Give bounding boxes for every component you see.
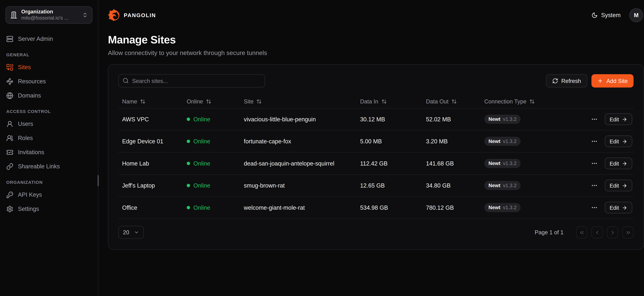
sidebar-scrollbar[interactable] — [98, 175, 99, 186]
arrow-right-icon — [622, 160, 627, 166]
sidebar-item-shareable-links[interactable]: Shareable Links — [6, 161, 92, 171]
table-row: Office Online welcome-giant-mole-rat 534… — [118, 197, 634, 219]
sort-icon — [206, 99, 211, 104]
theme-toggle[interactable]: System — [592, 12, 621, 18]
column-header-data-in[interactable]: Data In — [356, 98, 422, 105]
sidebar: Organization milo@fossorial.io's ... Ser… — [0, 0, 98, 296]
page-size-select[interactable]: 20 — [118, 226, 144, 239]
sidebar-item-label: Invitations — [18, 149, 44, 156]
sidebar-item-label: Resources — [18, 78, 46, 85]
edit-button[interactable]: Edit — [604, 113, 632, 125]
cell-data-in: 112.42 GB — [356, 160, 422, 167]
edit-button[interactable]: Edit — [604, 180, 632, 192]
moon-icon — [592, 12, 598, 18]
cell-name: Home Lab — [118, 160, 183, 167]
sidebar-item-domains[interactable]: Domains — [6, 90, 92, 100]
user-avatar[interactable]: M — [629, 8, 643, 22]
app-window: Organization milo@fossorial.io's ... Ser… — [0, 0, 644, 296]
column-header-connection-type[interactable]: Connection Type — [480, 98, 584, 105]
sidebar-item-label: Roles — [18, 134, 33, 141]
sidebar-item-label: Shareable Links — [18, 163, 60, 170]
cell-name: Office — [118, 204, 183, 211]
cell-online-status: Online — [183, 160, 240, 167]
page-info: Page 1 of 1 — [535, 229, 564, 236]
chevrons-up-down-icon — [82, 12, 88, 18]
page-subtitle: Allow connectivity to your network throu… — [108, 49, 644, 56]
arrow-right-icon — [622, 116, 627, 122]
sidebar-section-organization: ORGANIZATION — [6, 180, 92, 185]
topbar: PANGOLIN System M — [98, 0, 644, 30]
sidebar-item-api-keys[interactable]: API Keys — [6, 190, 92, 200]
globe-icon — [6, 92, 14, 99]
cell-name: AWS VPC — [118, 116, 183, 122]
last-page-button[interactable] — [622, 226, 634, 238]
refresh-button[interactable]: Refresh — [546, 74, 587, 88]
row-menu-icon[interactable] — [591, 160, 598, 167]
building-icon — [10, 11, 18, 19]
edit-button[interactable]: Edit — [604, 136, 632, 147]
table-toolbar: Refresh Add Site — [118, 74, 634, 88]
sort-icon — [381, 99, 386, 104]
cell-data-out: 52.02 MB — [422, 116, 480, 122]
sidebar-item-label: API Keys — [18, 191, 42, 198]
org-selector[interactable]: Organization milo@fossorial.io's ... — [6, 6, 92, 24]
online-dot — [187, 140, 190, 143]
edit-button[interactable]: Edit — [604, 202, 632, 214]
cell-name: Edge Device 01 — [118, 138, 183, 145]
org-selector-label: Organization — [21, 8, 78, 15]
row-menu-icon[interactable] — [591, 116, 598, 122]
table-row: AWS VPC Online vivacious-little-blue-pen… — [118, 108, 634, 130]
column-header-name[interactable]: Name — [118, 98, 183, 105]
chevrons-right-icon — [625, 230, 631, 235]
avatar-initial: M — [634, 12, 638, 18]
sidebar-nav: Server Admin GENERAL Sites Resources Dom… — [6, 34, 92, 214]
main-content: PANGOLIN System M Manage Sites Allow con… — [98, 0, 644, 296]
row-menu-icon[interactable] — [591, 204, 598, 211]
connection-type-badge: Newtv1.3.2 — [484, 137, 521, 146]
sidebar-item-label: Domains — [18, 92, 41, 99]
sort-icon — [140, 99, 146, 104]
user-icon — [6, 120, 14, 128]
sidebar-item-server-admin[interactable]: Server Admin — [6, 34, 92, 44]
pagination-controls — [576, 226, 634, 238]
previous-page-button[interactable] — [592, 226, 603, 238]
table-row: Home Lab Online dead-san-joaquin-antelop… — [118, 152, 634, 175]
row-menu-icon[interactable] — [591, 138, 598, 145]
cell-site: vivacious-little-blue-penguin — [240, 116, 356, 122]
sidebar-section-access-control: ACCESS CONTROL — [6, 109, 92, 114]
cell-name: Jeff's Laptop — [118, 182, 183, 189]
sidebar-item-resources[interactable]: Resources — [6, 76, 92, 86]
sidebar-section-general: GENERAL — [6, 52, 92, 57]
pangolin-logo-icon — [108, 9, 120, 21]
column-header-online[interactable]: Online — [183, 98, 240, 105]
cell-data-in: 5.00 MB — [356, 138, 422, 145]
key-icon — [6, 191, 14, 198]
connection-type-badge: Newtv1.3.2 — [484, 181, 521, 190]
sidebar-item-users[interactable]: Users — [6, 119, 92, 129]
next-page-button[interactable] — [607, 226, 618, 238]
cell-site: smug-brown-rat — [240, 182, 356, 189]
row-menu-icon[interactable] — [591, 182, 598, 189]
arrow-right-icon — [622, 205, 627, 210]
add-site-button[interactable]: Add Site — [592, 74, 634, 88]
arrow-right-icon — [622, 183, 627, 188]
cell-site: fortunate-cape-fox — [240, 138, 356, 145]
gear-icon — [6, 205, 14, 212]
first-page-button[interactable] — [576, 226, 587, 238]
arrow-right-icon — [622, 138, 627, 144]
sidebar-item-roles[interactable]: Roles — [6, 133, 92, 143]
edit-button[interactable]: Edit — [604, 158, 632, 169]
cell-online-status: Online — [183, 182, 240, 189]
search-input[interactable] — [118, 74, 265, 88]
column-header-data-out[interactable]: Data Out — [422, 98, 480, 105]
combine-icon — [6, 64, 14, 70]
sidebar-item-invitations[interactable]: Invitations — [6, 147, 92, 157]
sidebar-item-settings[interactable]: Settings — [6, 204, 92, 214]
cell-online-status: Online — [183, 204, 240, 211]
cell-connection-type: Newtv1.3.2 — [480, 115, 584, 124]
cell-site: welcome-giant-mole-rat — [240, 204, 356, 211]
sidebar-item-sites[interactable]: Sites — [6, 62, 92, 72]
cell-data-out: 780.12 GB — [422, 204, 480, 211]
sort-icon — [256, 99, 262, 104]
column-header-site[interactable]: Site — [240, 98, 356, 105]
